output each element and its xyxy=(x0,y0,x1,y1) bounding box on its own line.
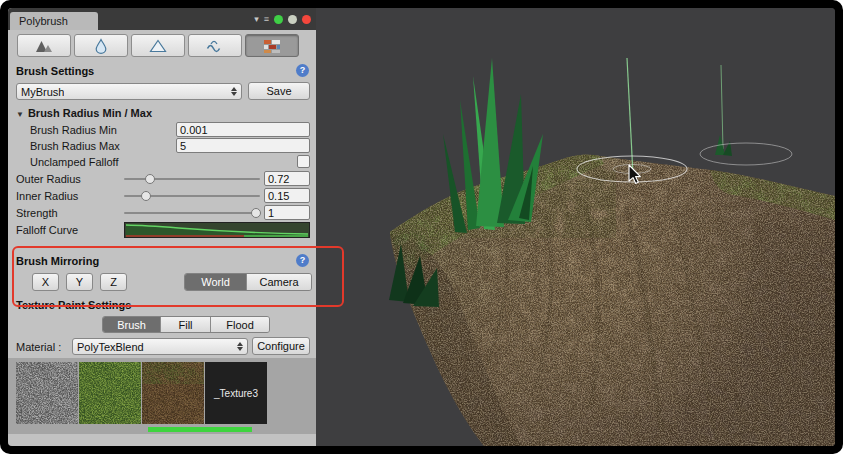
droplet-icon xyxy=(92,38,110,54)
texture-tool-button[interactable] xyxy=(245,34,299,57)
outer-radius-slider[interactable] xyxy=(124,173,260,185)
strength-slider[interactable] xyxy=(124,207,260,219)
strength-value[interactable]: 1 xyxy=(264,205,310,220)
material-dropdown[interactable]: PolyTexBlend xyxy=(72,338,248,355)
texture-paint-header: Texture Paint Settings xyxy=(16,299,131,311)
tab-title: Polybrush xyxy=(19,15,68,27)
dropdown-arrows-icon xyxy=(237,342,243,351)
dropdown-caret-icon[interactable]: ▾ xyxy=(254,15,259,24)
falloff-curve-preview xyxy=(124,222,310,238)
green-light-icon[interactable] xyxy=(274,15,283,24)
texture-palette: _Texture3 xyxy=(8,358,316,434)
smooth-tool-button[interactable] xyxy=(74,34,128,57)
brush-radius-max-label: Brush Radius Max xyxy=(30,140,120,152)
slider-thumb[interactable] xyxy=(141,191,151,201)
texture-swatch-texture3[interactable]: _Texture3 xyxy=(205,362,267,424)
mountain-icon xyxy=(35,38,53,54)
color-tool-button[interactable] xyxy=(131,34,185,57)
brush-radius-min-field[interactable]: 0.001 xyxy=(176,122,310,137)
tab-brush[interactable]: Brush xyxy=(103,317,161,332)
texture-swatch-grass[interactable] xyxy=(79,362,141,424)
scene-view[interactable] xyxy=(316,8,835,446)
outer-radius-label: Outer Radius xyxy=(16,173,81,185)
app-window: Polybrush ▾ ≡ xyxy=(8,8,835,446)
mirror-space-toggle: World Camera xyxy=(184,273,312,291)
outer-radius-value[interactable]: 0.72 xyxy=(264,171,310,186)
texture-swatch-rock[interactable] xyxy=(16,362,78,424)
texture-blend-bar xyxy=(148,427,252,432)
prefab-tool-button[interactable] xyxy=(188,34,242,57)
brush-radius-min-label: Brush Radius Min xyxy=(30,124,117,136)
sculpt-tool-button[interactable] xyxy=(17,34,71,57)
unclamped-falloff-checkbox[interactable] xyxy=(297,155,310,168)
bricks-icon xyxy=(263,38,281,54)
wave-icon xyxy=(206,38,224,54)
camera-toggle[interactable]: Camera xyxy=(247,274,311,290)
texture3-label: _Texture3 xyxy=(214,388,258,399)
tab-flood[interactable]: Flood xyxy=(211,317,269,332)
brush-preset-value: MyBrush xyxy=(21,86,64,98)
material-value: PolyTexBlend xyxy=(77,341,144,353)
slider-thumb[interactable] xyxy=(145,174,155,184)
help-icon[interactable]: ? xyxy=(296,64,309,77)
world-toggle[interactable]: World xyxy=(185,274,247,290)
mirror-y-button[interactable]: Y xyxy=(66,273,93,291)
strength-label: Strength xyxy=(16,207,58,219)
mode-toolbar xyxy=(17,34,299,57)
configure-button[interactable]: Configure xyxy=(252,337,310,355)
window-controls: ▾ ≡ xyxy=(254,8,311,30)
prism-icon xyxy=(149,38,167,54)
save-button[interactable]: Save xyxy=(248,82,310,100)
tab-polybrush[interactable]: Polybrush xyxy=(10,12,98,30)
tab-fill[interactable]: Fill xyxy=(161,317,211,332)
unclamped-falloff-label: Unclamped Falloff xyxy=(30,156,118,168)
falloff-curve-label: Falloff Curve xyxy=(16,224,78,236)
pale-light-icon[interactable] xyxy=(288,15,297,24)
radius-foldout[interactable]: ▼Brush Radius Min / Max xyxy=(16,107,152,119)
texture-swatch-dirt[interactable] xyxy=(142,362,204,424)
mirror-z-button[interactable]: Z xyxy=(100,273,127,291)
scene-canvas xyxy=(316,8,835,446)
brush-mirroring-header: Brush Mirroring xyxy=(16,255,99,267)
menu-icon[interactable]: ≡ xyxy=(264,15,269,24)
red-light-icon[interactable] xyxy=(302,15,311,24)
slider-thumb[interactable] xyxy=(251,208,261,218)
inner-radius-slider[interactable] xyxy=(124,190,260,202)
brush-settings-header: Brush Settings xyxy=(16,65,94,77)
foldout-caret-icon: ▼ xyxy=(16,110,24,119)
inner-radius-value[interactable]: 0.15 xyxy=(264,188,310,203)
foldout-label: Brush Radius Min / Max xyxy=(28,107,152,119)
screenshot-frame: Polybrush ▾ ≡ xyxy=(0,0,843,454)
dropdown-arrows-icon xyxy=(231,87,237,96)
brush-preset-dropdown[interactable]: MyBrush xyxy=(16,83,242,100)
mirror-x-button[interactable]: X xyxy=(32,273,59,291)
brush-radius-max-field[interactable]: 5 xyxy=(176,138,310,153)
material-label: Material : xyxy=(16,341,61,353)
polybrush-panel: Polybrush ▾ ≡ xyxy=(8,8,316,446)
inner-radius-label: Inner Radius xyxy=(16,190,78,202)
window-titlebar: Polybrush ▾ ≡ xyxy=(8,8,316,30)
help-icon[interactable]: ? xyxy=(296,254,309,267)
falloff-curve-field[interactable] xyxy=(124,222,310,240)
paint-mode-tabs: Brush Fill Flood xyxy=(102,316,270,333)
